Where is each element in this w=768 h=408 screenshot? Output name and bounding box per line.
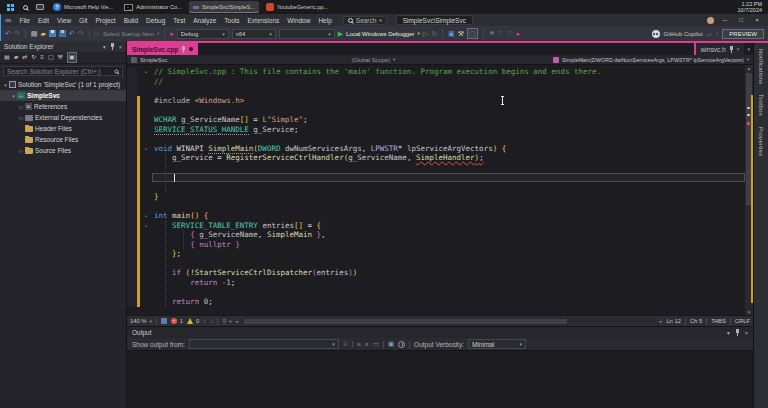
tab-winsvc-h[interactable]: winsvc.h × [694, 43, 745, 55]
expander-icon[interactable]: ▷ [18, 148, 25, 154]
code-line-6[interactable]: WCHAR g_ServiceName[] = L"Simple"; [127, 115, 745, 125]
warning-count[interactable]: 0 [187, 318, 199, 324]
solution-platform-combo[interactable]: x64▾ [232, 29, 276, 39]
send-feedback-icon[interactable]: ▱ [707, 29, 712, 38]
undo-icon[interactable]: ↶ [69, 29, 75, 38]
refresh-icon[interactable]: ↻ [431, 29, 437, 38]
tree-item-header-files[interactable]: Header Files [0, 123, 126, 134]
breakpoint-margin[interactable] [127, 192, 137, 202]
breadcrumb-project[interactable]: SimpleSvc [131, 57, 167, 63]
code-line-25[interactable]: return 0; [127, 297, 745, 307]
breakpoint-margin[interactable] [127, 67, 137, 77]
expander-icon[interactable]: ▷ [18, 115, 25, 121]
window-position-icon[interactable]: ▾ [103, 44, 106, 50]
window-position-icon[interactable]: ▾ [727, 330, 730, 336]
code-line-19[interactable]: { nullptr } [127, 240, 745, 250]
breakpoint-margin[interactable] [127, 153, 137, 163]
code-line-11[interactable] [127, 163, 745, 173]
taskbar-clock[interactable]: 1:22 PM 10/7/2024 [738, 1, 764, 13]
preview-button[interactable]: PREVIEW [722, 29, 764, 39]
scrollbar-thumb[interactable] [244, 319, 567, 324]
scroll-up-icon[interactable]: ▴ [745, 65, 753, 71]
prev-issue-icon[interactable]: ↑ [203, 318, 206, 324]
open-file-icon[interactable]: ▰ [40, 29, 45, 38]
solution-explorer-search[interactable]: Search Solution Explorer (Ctrl+;) [3, 66, 123, 76]
sync-with-active-document-icon[interactable]: ⇄ [22, 53, 27, 62]
pin-icon[interactable] [110, 43, 115, 50]
taskbar-search-button[interactable] [19, 1, 31, 13]
switch-views-icon[interactable]: ▤ [4, 53, 10, 62]
breakpoint-margin[interactable] [127, 77, 137, 87]
vertical-scrollbar[interactable]: ▴ ▾ [745, 65, 753, 315]
code-line-17[interactable]: ⌄ SERVICE_TABLE_ENTRY entries[] = { [127, 221, 745, 231]
breakpoint-margin[interactable] [127, 240, 137, 250]
solution-explorer-header[interactable]: Solution Explorer ▾ × [0, 41, 126, 52]
startup-project-combo[interactable]: ▾ [279, 29, 335, 39]
horizontal-scrollbar[interactable] [242, 318, 656, 325]
code-line-8[interactable] [127, 134, 745, 144]
code-area[interactable]: ⌄// SimpleSvc.cpp : This file contains t… [127, 65, 745, 315]
live-share-toggle-icon[interactable]: ▢ [467, 28, 478, 39]
pin-icon[interactable] [181, 46, 186, 53]
select-startup-item[interactable]: Select Startup Item [103, 31, 154, 37]
output-verbosity-combo[interactable]: Minimal▾ [468, 339, 526, 349]
tree-item-resource-files[interactable]: Resource Files [0, 134, 126, 145]
menu-help[interactable]: Help [314, 16, 335, 25]
breakpoint-margin[interactable] [127, 163, 137, 173]
breakpoint-margin[interactable] [127, 221, 137, 231]
collapse-region-icon[interactable]: ⌄ [140, 221, 152, 231]
breakpoint-margin[interactable] [127, 173, 137, 183]
pin-icon[interactable] [729, 46, 734, 53]
next-issue-icon[interactable]: ↓ [210, 318, 213, 324]
breakpoint-margin[interactable] [127, 249, 137, 259]
menu-project[interactable]: Project [91, 16, 119, 25]
redo-icon[interactable]: ↷ [78, 29, 84, 38]
code-line-1[interactable]: ⌄// SimpleSvc.cpp : This file contains t… [127, 67, 745, 77]
breakpoint-margin[interactable] [127, 86, 137, 96]
show-all-files-icon[interactable]: ▢ [48, 53, 54, 62]
code-line-13[interactable] [127, 182, 745, 192]
solution-configuration-combo[interactable]: Debug▾ [177, 29, 229, 39]
bookmark-next-icon[interactable]: ⚐ [507, 29, 513, 38]
collapse-region-icon[interactable]: ⌄ [140, 211, 152, 221]
scroll-down-icon[interactable]: ▾ [745, 309, 753, 315]
code-line-9[interactable]: ⌄void WINAPI SimpleMain(DWORD dwNumServi… [127, 144, 745, 154]
toggle-word-wrap-icon[interactable]: ▣ [388, 340, 394, 348]
breakpoint-margin[interactable] [127, 182, 137, 192]
tree-item-source-files[interactable]: ▷Source Files [0, 145, 126, 156]
collapse-region-icon[interactable]: ⌄ [140, 144, 152, 154]
tab-list-dropdown[interactable]: ▾ [744, 43, 753, 55]
step-into-icon[interactable]: ▸ [516, 29, 520, 38]
code-line-21[interactable] [127, 259, 745, 269]
menu-analyze[interactable]: Analyze [189, 16, 220, 25]
menu-tools[interactable]: Tools [220, 16, 243, 25]
expander-icon[interactable]: ▷ [18, 104, 25, 110]
code-line-3[interactable] [127, 86, 745, 96]
breakpoint-margin[interactable] [127, 201, 137, 211]
breadcrumb-scope[interactable]: (Global Scope) ▾ [351, 57, 395, 63]
output-content[interactable] [127, 351, 753, 408]
code-line-14[interactable]: } [127, 192, 745, 202]
menu-debug[interactable]: Debug [142, 16, 169, 25]
breakpoint-margin[interactable] [127, 278, 137, 288]
breakpoint-margin[interactable] [127, 105, 137, 115]
code-line-18[interactable]: { g_ServiceName, SimpleMain }, [127, 230, 745, 240]
tree-item-solution-simplesvc-1-of-1-project[interactable]: ▾Solution 'SimpleSvc' (1 of 1 project) [0, 79, 126, 90]
breakpoint-margin[interactable] [127, 96, 137, 106]
code-line-23[interactable]: return -1; [127, 278, 745, 288]
code-line-7[interactable]: SERVICE_STATUS_HANDLE g_Service; [127, 125, 745, 135]
code-editor[interactable]: ⌄// SimpleSvc.cpp : This file contains t… [127, 65, 753, 315]
rail-tab-notifications[interactable]: Notifications [758, 49, 764, 84]
breakpoint-margin[interactable] [127, 268, 137, 278]
expander-icon[interactable]: ▾ [10, 93, 17, 99]
menu-extensions[interactable]: Extensions [244, 16, 284, 25]
tree-item-external-dependencies[interactable]: ▷External Dependencies [0, 112, 126, 123]
clear-all-icon[interactable]: ▭ [373, 340, 379, 348]
code-line-12[interactable] [127, 173, 745, 183]
code-line-10[interactable]: g_Service = RegisterServiceCtrlHandler(g… [127, 153, 745, 163]
breakpoint-margin[interactable] [127, 125, 137, 135]
code-line-4[interactable]: #include <Windows.h> [127, 96, 745, 106]
code-line-2[interactable]: // [127, 77, 745, 87]
breakpoint-margin[interactable] [127, 144, 137, 154]
breakpoint-margin[interactable] [127, 115, 137, 125]
